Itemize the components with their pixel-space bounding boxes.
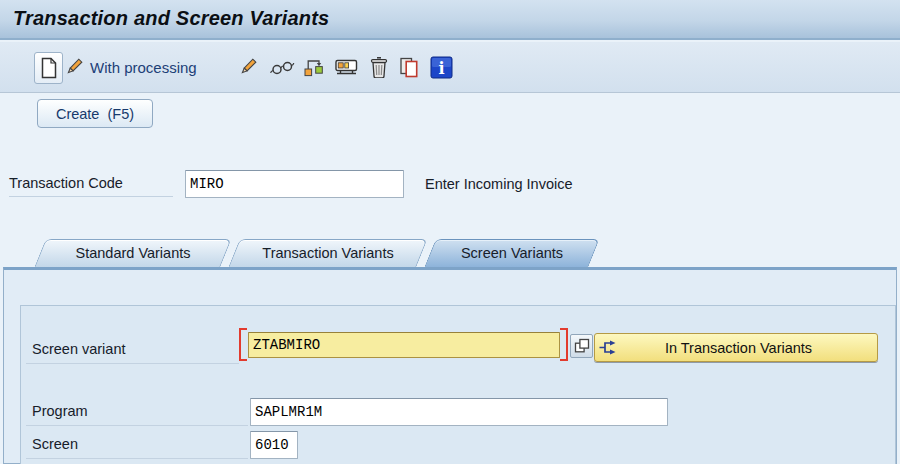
tab-label: Screen Variants	[431, 240, 593, 266]
in-transaction-variants-label: In Transaction Variants	[618, 340, 877, 356]
screen-variant-label: Screen variant	[26, 336, 239, 364]
info-button[interactable]: i	[430, 52, 453, 82]
assign-icon	[303, 57, 324, 77]
with-processing-button[interactable]: With processing	[64, 52, 197, 82]
assign-button[interactable]	[303, 52, 324, 82]
page-title: Transaction and Screen Variants	[13, 7, 329, 30]
tab-screen-variants[interactable]: Screen Variants	[424, 239, 599, 267]
tab-standard-variants[interactable]: Standard Variants	[34, 239, 231, 267]
sap-window: Transaction and Screen Variants With pro…	[0, 0, 900, 464]
edit-button[interactable]	[238, 52, 258, 82]
screen-input[interactable]	[250, 431, 298, 459]
edit-pencil-icon	[238, 57, 258, 77]
matchcode-overlap-squares-icon	[574, 338, 590, 354]
svg-text:i: i	[438, 58, 444, 77]
delete-button[interactable]	[369, 52, 389, 82]
copy-button[interactable]	[399, 52, 419, 82]
cursor-bracket-left	[239, 328, 247, 361]
screen-label: Screen	[26, 432, 248, 459]
with-processing-label: With processing	[90, 59, 197, 76]
where-used-arrows-icon	[598, 339, 618, 356]
in-transaction-variants-button[interactable]: In Transaction Variants	[594, 333, 878, 362]
cursor-bracket-right	[560, 328, 568, 361]
info-icon: i	[430, 56, 453, 79]
program-label: Program	[26, 399, 248, 426]
test-screen-icon	[335, 58, 358, 77]
title-bar: Transaction and Screen Variants	[0, 0, 900, 40]
tab-label: Transaction Variants	[235, 240, 421, 266]
edit-pencil-icon	[64, 57, 84, 77]
transaction-description: Enter Incoming Invoice	[425, 176, 573, 192]
delete-trash-icon	[369, 56, 389, 78]
program-input[interactable]	[250, 398, 668, 426]
screen-variant-input[interactable]	[248, 332, 560, 358]
application-toolbar: With processing	[0, 42, 900, 93]
tab-label: Standard Variants	[41, 240, 225, 266]
display-button[interactable]	[270, 52, 295, 82]
display-glasses-icon	[270, 59, 295, 76]
test-screen-button[interactable]	[335, 52, 358, 82]
new-document-button[interactable]	[34, 52, 63, 84]
transaction-code-label: Transaction Code	[9, 171, 173, 197]
tab-transaction-variants[interactable]: Transaction Variants	[228, 239, 427, 267]
copy-icon	[399, 57, 419, 78]
matchcode-button[interactable]	[570, 334, 593, 358]
transaction-code-input[interactable]	[185, 170, 404, 198]
create-f5-button[interactable]: Create (F5)	[37, 99, 153, 128]
new-document-icon	[40, 57, 58, 79]
